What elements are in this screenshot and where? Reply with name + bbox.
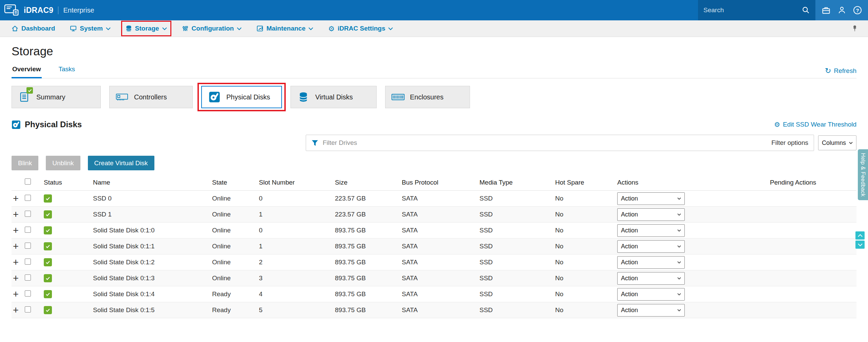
disk-bus-protocol: SATA (402, 195, 479, 202)
expand-row-button[interactable]: + (12, 305, 20, 316)
card-physical-disks[interactable]: Physical Disks (201, 86, 282, 108)
disk-bus-protocol: SATA (402, 274, 479, 282)
status-ok-icon (44, 290, 52, 298)
nav-label: Storage (135, 25, 159, 32)
header-icon-panel: ? (815, 0, 868, 20)
filter-options-link[interactable]: Filter options (771, 139, 808, 147)
table-body: + SSD 0 Online 0 223.57 GB SATA SSD No A… (12, 191, 856, 318)
disk-name: Solid State Disk 0:1:1 (93, 243, 212, 250)
action-select[interactable]: Action (617, 272, 685, 285)
row-checkbox[interactable] (25, 274, 31, 281)
action-select[interactable]: Action (617, 192, 685, 205)
nav-system[interactable]: System (70, 25, 111, 32)
action-select[interactable]: Action (617, 208, 685, 221)
card-virtual-disks[interactable]: Virtual Disks (290, 86, 377, 108)
disk-state: Online (212, 259, 259, 266)
chevron-down-icon (677, 245, 681, 248)
nav-label: System (80, 25, 103, 32)
disk-hot-spare: No (555, 195, 617, 202)
expand-row-button[interactable]: + (12, 273, 20, 284)
select-all-checkbox[interactable] (25, 178, 31, 185)
edit-ssd-wear-threshold-link[interactable]: ⚙ Edit SSD Wear Threshold (774, 121, 856, 128)
scroll-up-button[interactable] (855, 231, 865, 240)
expand-row-button[interactable]: + (12, 225, 20, 236)
disk-name: Solid State Disk 0:1:5 (93, 306, 212, 314)
col-slot-number: Slot Number (259, 179, 335, 186)
expand-row-button[interactable]: + (12, 193, 20, 204)
row-checkbox[interactable] (25, 243, 31, 249)
chevron-down-icon (677, 293, 681, 296)
create-virtual-disk-button[interactable]: Create Virtual Disk (88, 156, 154, 170)
refresh-button[interactable]: ↻ Refresh (825, 67, 856, 75)
action-select[interactable]: Action (617, 224, 685, 237)
section-header: Physical Disks ⚙ Edit SSD Wear Threshold (12, 120, 856, 129)
wrench-box-icon (257, 25, 263, 32)
expand-row-button[interactable]: + (12, 289, 20, 300)
action-select[interactable]: Action (617, 288, 685, 301)
table-row: + Solid State Disk 0:1:4 Ready 4 893.75 … (12, 286, 856, 302)
disk-size: 893.75 GB (335, 290, 402, 298)
expand-row-button[interactable]: + (12, 209, 20, 220)
filter-drives-box: Filter options (306, 135, 814, 151)
gear-edit-icon: ⚙ (774, 121, 780, 128)
status-ok-icon (44, 258, 52, 266)
disk-slot-number: 0 (259, 227, 335, 234)
filter-drives-input[interactable] (323, 139, 767, 147)
disk-size: 893.75 GB (335, 306, 402, 314)
col-media-type: Media Type (479, 179, 555, 186)
expand-row-button[interactable]: + (12, 257, 20, 268)
table-row: + SSD 1 Online 1 223.57 GB SATA SSD No A… (12, 207, 856, 223)
columns-button[interactable]: Columns (818, 135, 856, 150)
row-checkbox[interactable] (25, 195, 31, 201)
physical-disk-icon (209, 91, 220, 103)
user-icon[interactable] (838, 6, 846, 14)
nav-dashboard[interactable]: Dashboard (12, 25, 55, 32)
search-input[interactable] (703, 6, 798, 14)
row-checkbox[interactable] (25, 259, 31, 265)
help-icon[interactable]: ? (853, 6, 862, 14)
disk-media-type: SSD (479, 306, 555, 314)
disk-name: Solid State Disk 0:1:3 (93, 274, 212, 282)
disk-slot-number: 2 (259, 259, 335, 266)
blink-button[interactable]: Blink (12, 156, 38, 170)
chevron-down-icon (237, 27, 242, 30)
briefcase-icon[interactable] (822, 6, 830, 14)
section-title: Physical Disks (25, 120, 82, 129)
card-controllers[interactable]: Controllers (109, 86, 193, 108)
disk-name: Solid State Disk 0:1:0 (93, 227, 212, 234)
row-checkbox[interactable] (25, 211, 31, 217)
unblink-button[interactable]: Unblink (46, 156, 80, 170)
main-nav: Dashboard System Storage (0, 20, 868, 37)
card-summary[interactable]: Summary (12, 86, 101, 108)
scroll-down-button[interactable] (855, 241, 865, 249)
nav-maintenance[interactable]: Maintenance (257, 25, 313, 32)
action-select[interactable]: Action (617, 304, 685, 317)
nav-storage[interactable]: Storage (126, 25, 167, 32)
disk-state: Ready (212, 306, 259, 314)
row-checkbox[interactable] (25, 290, 31, 297)
pin-icon[interactable] (852, 25, 858, 32)
card-enclosures[interactable]: Enclosures (385, 86, 470, 108)
col-status: Status (40, 179, 93, 186)
row-checkbox[interactable] (25, 306, 31, 312)
disk-hot-spare: No (555, 243, 617, 250)
chevron-down-icon (677, 197, 681, 200)
disk-hot-spare: No (555, 306, 617, 314)
tab-overview[interactable]: Overview (12, 63, 42, 78)
disk-state: Ready (212, 290, 259, 298)
scroll-chevrons (855, 231, 865, 249)
nav-configuration[interactable]: Configuration (182, 25, 242, 32)
help-feedback-tab[interactable]: Help & Feedback (858, 149, 868, 200)
action-select[interactable]: Action (617, 256, 685, 269)
search-icon[interactable] (802, 6, 810, 14)
controller-card-icon (116, 92, 129, 102)
tab-tasks[interactable]: Tasks (58, 63, 76, 78)
gear-icon: ⚙ (328, 25, 335, 32)
expand-row-button[interactable]: + (12, 241, 20, 252)
monitor-icon (70, 25, 77, 32)
row-checkbox[interactable] (25, 227, 31, 233)
action-select[interactable]: Action (617, 240, 685, 253)
nav-idrac-settings[interactable]: ⚙ iDRAC Settings (328, 25, 393, 32)
col-size: Size (335, 179, 402, 186)
disk-media-type: SSD (479, 290, 555, 298)
